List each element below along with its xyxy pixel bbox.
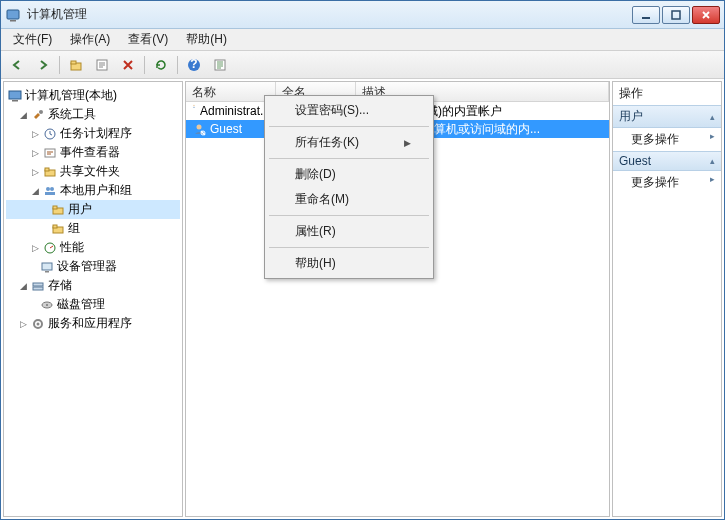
expand-icon[interactable]: ▷: [31, 167, 40, 176]
ctx-delete[interactable]: 删除(D): [267, 162, 431, 187]
titlebar: 计算机管理: [1, 1, 724, 29]
tree-system-tools[interactable]: ◢系统工具: [6, 105, 180, 124]
tree-label: 本地用户和组: [60, 182, 132, 199]
svg-rect-23: [53, 225, 57, 228]
svg-rect-14: [45, 149, 55, 157]
svg-rect-21: [53, 206, 57, 209]
tree-performance[interactable]: ▷性能: [6, 238, 180, 257]
svg-rect-27: [33, 283, 43, 286]
menu-view[interactable]: 查看(V): [120, 29, 176, 50]
forward-button[interactable]: [31, 54, 55, 76]
ctx-label: 删除(D): [295, 166, 336, 183]
up-button[interactable]: [64, 54, 88, 76]
event-icon: [43, 146, 57, 160]
ctx-label: 所有任务(K): [295, 134, 359, 151]
tree-label: 设备管理器: [57, 258, 117, 275]
tree-label: 系统工具: [48, 106, 96, 123]
tools-icon: [31, 108, 45, 122]
chevron-right-icon: ▸: [710, 131, 715, 141]
tree-disk-management[interactable]: 磁盘管理: [6, 295, 180, 314]
maximize-button[interactable]: [662, 6, 690, 24]
tree-storage[interactable]: ◢存储: [6, 276, 180, 295]
expand-icon[interactable]: ▷: [31, 148, 40, 157]
actions-section-label: 用户: [619, 108, 643, 125]
ctx-all-tasks[interactable]: 所有任务(K)▶: [267, 130, 431, 155]
user-icon: [192, 104, 196, 118]
menu-help[interactable]: 帮助(H): [178, 29, 235, 50]
menu-action[interactable]: 操作(A): [62, 29, 118, 50]
chevron-right-icon: ▸: [710, 174, 715, 184]
actions-section-guest[interactable]: Guest ▴: [613, 151, 721, 171]
chevron-up-icon: ▴: [710, 156, 715, 166]
ctx-separator: [269, 215, 429, 216]
collapse-icon[interactable]: ◢: [31, 186, 40, 195]
tree-shared-folders[interactable]: ▷共享文件夹: [6, 162, 180, 181]
submenu-arrow-icon: ▶: [404, 138, 411, 148]
expand-icon[interactable]: ▷: [31, 129, 40, 138]
toolbar-separator: [144, 56, 145, 74]
svg-rect-19: [45, 192, 55, 195]
tree-services-apps[interactable]: ▷服务和应用程序: [6, 314, 180, 333]
column-name[interactable]: 名称: [186, 82, 276, 101]
svg-rect-1: [10, 20, 16, 22]
ctx-help[interactable]: 帮助(H): [267, 251, 431, 276]
cell-name: Guest: [210, 122, 242, 136]
tree-pane[interactable]: 计算机管理(本地) ◢系统工具 ▷任务计划程序 ▷事件查看器 ▷共享文件夹 ◢本…: [3, 81, 183, 517]
ctx-rename[interactable]: 重命名(M): [267, 187, 431, 212]
actions-section-label: Guest: [619, 154, 651, 168]
disk-icon: [40, 298, 54, 312]
svg-point-30: [46, 304, 48, 306]
tree-local-users-groups[interactable]: ◢本地用户和组: [6, 181, 180, 200]
svg-rect-3: [672, 11, 680, 19]
tree-label: 事件查看器: [60, 144, 120, 161]
tree-event-viewer[interactable]: ▷事件查看器: [6, 143, 180, 162]
tree-groups[interactable]: 组: [6, 219, 180, 238]
expand-icon[interactable]: ▷: [31, 243, 40, 252]
actions-item-more-users[interactable]: 更多操作 ▸: [613, 128, 721, 151]
delete-button[interactable]: [116, 54, 140, 76]
tree-label: 共享文件夹: [60, 163, 120, 180]
ctx-properties[interactable]: 属性(R): [267, 219, 431, 244]
tree-label: 存储: [48, 277, 72, 294]
svg-rect-0: [7, 10, 19, 19]
svg-rect-26: [45, 271, 49, 273]
ctx-label: 帮助(H): [295, 255, 336, 272]
actions-item-more-guest[interactable]: 更多操作 ▸: [613, 171, 721, 194]
users-groups-icon: [43, 184, 57, 198]
svg-point-18: [50, 187, 54, 191]
folder-icon: [51, 203, 65, 217]
tree-root[interactable]: 计算机管理(本地): [6, 86, 180, 105]
tree-users[interactable]: 用户: [6, 200, 180, 219]
storage-icon: [31, 279, 45, 293]
collapse-icon[interactable]: ◢: [19, 110, 28, 119]
actions-section-users[interactable]: 用户 ▴: [613, 105, 721, 128]
window-title: 计算机管理: [27, 6, 632, 23]
ctx-set-password[interactable]: 设置密码(S)...: [267, 98, 431, 123]
actions-item-label: 更多操作: [631, 132, 679, 146]
refresh-button[interactable]: [149, 54, 173, 76]
tree-task-scheduler[interactable]: ▷任务计划程序: [6, 124, 180, 143]
help-button[interactable]: ?: [182, 54, 206, 76]
back-button[interactable]: [5, 54, 29, 76]
tree-device-manager[interactable]: 设备管理器: [6, 257, 180, 276]
svg-text:?: ?: [190, 58, 197, 71]
expand-icon[interactable]: ▷: [19, 319, 28, 328]
toolbar: ?: [1, 51, 724, 79]
folder-icon: [51, 222, 65, 236]
tree-label: 组: [68, 220, 80, 237]
export-button[interactable]: [208, 54, 232, 76]
ctx-separator: [269, 126, 429, 127]
actions-pane: 操作 用户 ▴ 更多操作 ▸ Guest ▴ 更多操作 ▸: [612, 81, 722, 517]
cell-name: Administrat...: [200, 104, 270, 118]
properties-button[interactable]: [90, 54, 114, 76]
close-button[interactable]: [692, 6, 720, 24]
window-frame: 计算机管理 文件(F) 操作(A) 查看(V) 帮助(H) ? 计算: [0, 0, 725, 520]
actions-item-label: 更多操作: [631, 175, 679, 189]
minimize-button[interactable]: [632, 6, 660, 24]
tree-label: 性能: [60, 239, 84, 256]
svg-point-32: [37, 322, 40, 325]
context-menu: 设置密码(S)... 所有任务(K)▶ 删除(D) 重命名(M) 属性(R) 帮…: [264, 95, 434, 279]
collapse-icon[interactable]: ◢: [19, 281, 28, 290]
svg-rect-5: [71, 61, 76, 64]
menu-file[interactable]: 文件(F): [5, 29, 60, 50]
